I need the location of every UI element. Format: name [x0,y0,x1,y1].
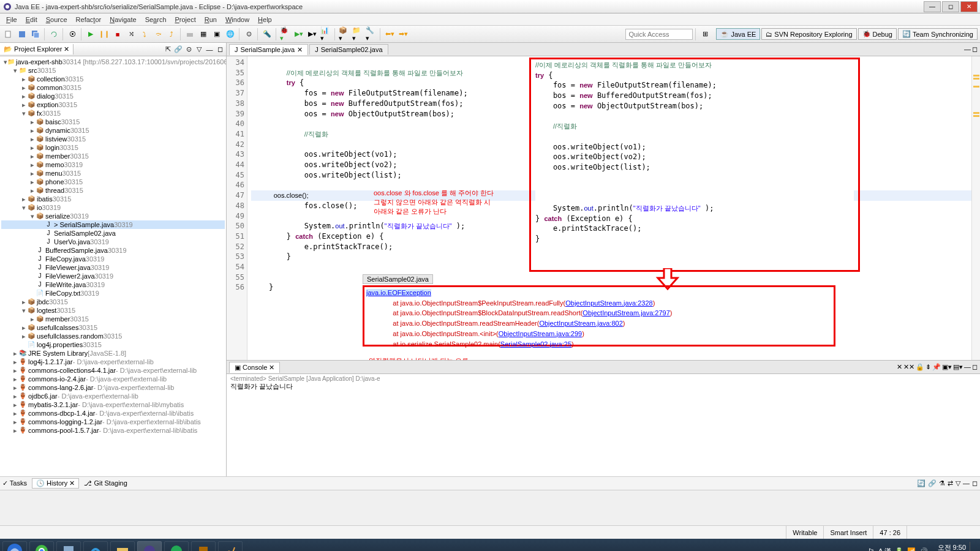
open-console-icon[interactable]: ▤▾ [953,363,963,371]
tree-node[interactable]: JFileViewer.java 30319 [1,263,225,272]
project-tree[interactable]: ▾📁java-expert-shb 30314 [http://58.227.1… [0,56,226,476]
terminate-button[interactable]: ■ [111,28,124,40]
tree-node[interactable]: ▸📦listview 30315 [1,135,225,143]
tree-node[interactable]: ▸📦login 30315 [1,143,225,152]
tree-node[interactable]: ▸🏺log4j-1.2.17.jar - D:\java-expert\exte… [1,358,225,366]
run-dropdown[interactable]: ▶▾ [293,28,305,40]
new-jee-button[interactable]: ▣ [211,28,223,40]
coverage-button[interactable]: 📊▾ [320,28,332,40]
tree-node[interactable]: ▸📦dynamic 30315 [1,126,225,135]
display-selected-console-icon[interactable]: ▣▾ [942,363,952,371]
focus-task-icon[interactable]: ⊙ [184,45,194,54]
tree-node[interactable]: ▸📦exption 30315 [1,100,225,109]
compare-icon[interactable]: ⇄ [948,479,953,487]
tree-node[interactable]: ▸🏺commons-dbcp-1.4.jar - D:\java-expert\… [1,409,225,418]
link-editor-icon[interactable]: 🔗 [173,45,183,54]
view-menu2-icon[interactable]: ▽ [956,479,960,487]
taskbar-ie[interactable] [83,541,108,551]
start-button[interactable] [2,541,27,551]
filter-icon[interactable]: ⚗ [939,479,945,487]
new-drop2-button[interactable]: 📁▾ [352,28,364,40]
menu-run[interactable]: Run [201,15,221,24]
tree-node[interactable]: ▸📦thread 30315 [1,186,225,195]
console-pin-icon[interactable]: 📌 [932,363,941,371]
taskbar-item1[interactable] [56,541,81,551]
tree-node[interactable]: ▸📦usefullclasses.random 30315 [1,332,225,340]
tree-node[interactable]: ▸🏺commons-pool-1.5.7.jar - D:\java-exper… [1,426,225,435]
tree-node[interactable]: ▸🏺commons-logging-1.2.jar - D:\java-expe… [1,418,225,426]
close-button[interactable]: ✕ [960,1,978,12]
tree-node[interactable]: JFileViewer2.java 30319 [1,272,225,280]
tray-flag-icon[interactable]: 🏳 [868,547,875,551]
tree-node[interactable]: ▸📚JRE System Library [JavaSE-1.8] [1,349,225,358]
tree-node[interactable]: ▸📦ibatis 30315 [1,195,225,203]
console-scroll-icon[interactable]: ⇟ [925,363,931,371]
tree-node[interactable]: ▾📁java-expert-shb 30314 [http://58.227.1… [1,58,225,66]
tree-node[interactable]: JSerialSample02.java [1,229,225,238]
perspective-javaee[interactable]: ☕Java EE [716,28,760,40]
perspective-svn[interactable]: 🗂SVN Repository Exploring [761,28,856,40]
max2-icon[interactable]: ◻ [972,479,978,487]
tree-node[interactable]: JUserVo.java 30319 [1,238,225,246]
tree-node[interactable]: ▸📦dialog 30315 [1,92,225,100]
new-drop3-button[interactable]: 🔧▾ [365,28,377,40]
min2-icon[interactable]: — [963,479,970,487]
tree-node[interactable]: ▸🏺commons-lang-2.6.jar - D:\java-expert\… [1,383,225,392]
tree-node[interactable]: ▸📦usefullcalsses 30315 [1,323,225,332]
menu-source[interactable]: Source [42,15,71,24]
tree-node[interactable]: ▸📦baisc 30315 [1,118,225,126]
maximize-button[interactable]: ◻ [942,1,959,12]
new-server-button[interactable] [184,28,196,40]
tree-node[interactable]: ▸📦memo 30319 [1,160,225,169]
perspective-team[interactable]: 🔄Team Synchronizing [898,28,978,40]
save-all-button[interactable] [29,28,42,40]
tree-node[interactable]: ▾📦fx 30315 [1,109,225,118]
run-last-button[interactable]: ▶▾ [306,28,318,40]
tree-node[interactable]: JFileCopy.java 30319 [1,255,225,263]
menu-edit[interactable]: Edit [22,15,41,24]
step-into-icon[interactable]: ⤵ [138,28,151,40]
tree-node[interactable]: 📄FileCopy.txt 30319 [1,289,225,298]
save-button[interactable] [16,28,28,40]
collapse-all-icon[interactable]: ⇱ [163,45,173,54]
debug-dropdown[interactable]: 🐞▾ [279,28,292,40]
console-tab[interactable]: ▣ Console ✕ [229,362,280,373]
synchronize-button[interactable] [48,28,60,40]
tree-node[interactable]: ▸📦member 30315 [1,152,225,160]
menu-navigate[interactable]: Navigate [106,15,140,24]
step-over-icon[interactable]: ⤼ [152,28,164,40]
close-tab-icon[interactable]: ✕ [297,46,303,54]
tree-node[interactable]: ▸📦phone 30315 [1,178,225,186]
menu-search[interactable]: Search [141,15,170,24]
menu-refactor[interactable]: Refactor [72,15,105,24]
console-min-icon[interactable]: — [964,363,971,371]
tasks-tab[interactable]: ✓ Tasks [2,479,27,487]
back-button[interactable]: ⬅▾ [383,28,396,40]
taskbar-explorer[interactable] [110,541,135,551]
new-button[interactable] [2,28,15,40]
minimize-button[interactable]: — [924,1,941,12]
tree-node[interactable]: ▸📦common 30315 [1,83,225,92]
forward-button[interactable]: ➡▾ [397,28,409,40]
overview-ruler[interactable] [971,56,980,360]
quick-access-input[interactable] [625,29,693,40]
tray-show-desktop[interactable] [970,542,974,551]
tray-network-icon[interactable]: 📶 [907,547,916,552]
refresh-icon[interactable]: 🔄 [917,479,925,487]
tree-node[interactable]: 📄log4j.properties 30315 [1,340,225,349]
new-dynamic-web-button[interactable]: 🌐 [224,28,236,40]
tree-node[interactable]: ▸🏺commons-io-2.4.jar - D:\java-expert\ex… [1,375,225,383]
taskbar-item4[interactable] [218,541,243,551]
tray-battery-icon[interactable]: 🔋 [895,547,903,552]
tree-node[interactable]: ▸🏺mybatis-3.2.1.jar - D:\java-expert\ext… [1,400,225,409]
minimize-view-icon[interactable]: — [205,45,214,54]
maximize-view-icon[interactable]: ◻ [215,45,225,54]
tree-node[interactable]: ▾📦io 30319 [1,203,225,212]
taskbar-chrome[interactable] [29,541,54,551]
perspective-debug[interactable]: 🐞Debug [858,28,897,40]
editor-tab-serialsample02[interactable]: JSerialSample02.java [309,44,388,54]
history-tab[interactable]: 🕓 History ✕ [32,478,79,489]
editor-tab-serialsample[interactable]: JSerialSample.java✕ [229,44,308,55]
skip-breakpoints-icon[interactable]: ⦿ [66,28,78,40]
console-body[interactable]: <terminated> SerialSample [Java Applicat… [227,374,980,476]
